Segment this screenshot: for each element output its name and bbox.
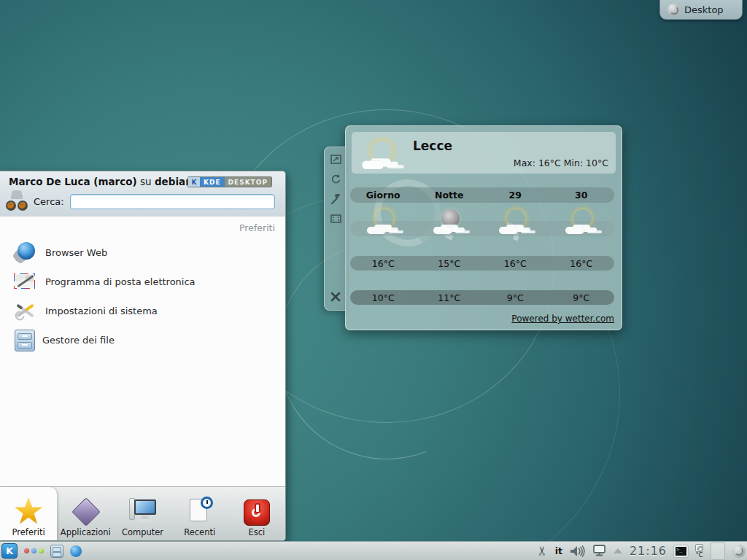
tab-label: Preferiti bbox=[12, 527, 45, 537]
tab-label: Applicazioni bbox=[61, 527, 111, 537]
computer-icon bbox=[128, 497, 158, 526]
sun-cloud-icon bbox=[564, 209, 599, 236]
temp-value: 15°C bbox=[417, 258, 483, 269]
weather-city: Lecce bbox=[413, 139, 452, 153]
column-label: 29 bbox=[482, 190, 549, 201]
weather-tray-icon[interactable]: °C bbox=[695, 544, 703, 559]
kde-logo-icon: K bbox=[188, 177, 200, 187]
panel-strip[interactable] bbox=[711, 542, 725, 560]
search-binoculars-icon bbox=[6, 190, 28, 212]
kmenu-button[interactable]: K bbox=[1, 543, 18, 559]
sun-cloud-icon bbox=[365, 209, 400, 236]
resize-icon[interactable] bbox=[330, 155, 341, 164]
kde-desktop-badge: K KDE DESKTOP bbox=[187, 176, 272, 187]
badge-desktop-label: DESKTOP bbox=[225, 177, 271, 187]
volume-icon[interactable] bbox=[570, 545, 585, 557]
klipper-scissors-icon[interactable]: ✂ bbox=[536, 545, 549, 556]
menu-item-label: Gestore dei file bbox=[42, 335, 115, 346]
kickoff-menu: Marco De Luca (marco) su debian K KDE DE… bbox=[0, 171, 286, 541]
document-clock-icon bbox=[185, 497, 214, 526]
search-input[interactable] bbox=[70, 194, 275, 209]
weather-icons-row bbox=[350, 221, 614, 236]
power-icon bbox=[244, 499, 270, 526]
section-label: Preferiti bbox=[0, 222, 285, 233]
weather-tray-unit: °C bbox=[696, 553, 703, 559]
column-label: Notte bbox=[417, 190, 483, 201]
temp-value: 11°C bbox=[417, 292, 483, 303]
weather-header: Lecce Max: 16°C Min: 10°C bbox=[352, 132, 616, 174]
system-tray: ✂ it 21:16 °C bbox=[537, 542, 746, 560]
mail-envelope-icon bbox=[13, 270, 36, 293]
weather-max-min: Max: 16°C Min: 10°C bbox=[514, 158, 608, 168]
sun-cloud-icon bbox=[360, 141, 400, 171]
search-label: Cerca: bbox=[34, 196, 64, 207]
kickoff-header: Marco De Luca (marco) su debian K KDE DE… bbox=[0, 171, 285, 217]
desktop: { "desktop": { "toolbox_label": "Desktop… bbox=[0, 0, 747, 560]
moon-cloud-icon bbox=[432, 209, 467, 236]
menu-item-email[interactable]: Programma di posta elettronica bbox=[0, 267, 285, 296]
browser-launcher-icon[interactable] bbox=[70, 545, 82, 557]
wetter-link[interactable]: Powered by wetter.com bbox=[511, 314, 614, 324]
tab-recenti[interactable]: Recenti bbox=[171, 487, 228, 540]
weather-high-temps: 16°C 15°C 16°C 16°C bbox=[350, 256, 614, 271]
temp-value: 16°C bbox=[350, 258, 417, 269]
tab-label: Esci bbox=[249, 527, 266, 537]
menu-item-file-manager[interactable]: Gestore dei file bbox=[0, 325, 285, 354]
kickoff-tabbar: Preferiti Applicazioni Computer Recenti … bbox=[0, 486, 285, 540]
maximize-icon[interactable] bbox=[330, 214, 341, 223]
rotate-icon[interactable] bbox=[330, 174, 341, 184]
kde-diamond-icon bbox=[71, 497, 100, 526]
tab-applicazioni[interactable]: Applicazioni bbox=[57, 487, 114, 540]
menu-item-label: Impostazioni di sistema bbox=[45, 306, 158, 316]
terminal-tray-icon[interactable] bbox=[674, 545, 688, 557]
globe-gear-icon bbox=[13, 241, 36, 264]
panel-cashew-icon[interactable] bbox=[732, 545, 746, 558]
digital-clock[interactable]: 21:16 bbox=[630, 544, 667, 558]
network-monitor-icon[interactable] bbox=[592, 545, 606, 557]
tab-preferiti[interactable]: Preferiti bbox=[0, 487, 57, 540]
sun-cloud-icon bbox=[498, 209, 533, 236]
cashew-icon bbox=[667, 4, 679, 15]
file-cabinet-icon bbox=[15, 330, 35, 351]
desktop-toolbox-label: Desktop bbox=[684, 4, 724, 15]
applet-handle[interactable] bbox=[324, 147, 347, 311]
weather-column-headers: Giorno Notte 29 30 bbox=[350, 187, 614, 203]
temp-value: 16°C bbox=[549, 258, 615, 269]
temp-value: 16°C bbox=[482, 258, 549, 269]
host-name: debian bbox=[155, 176, 193, 187]
tab-computer[interactable]: Computer bbox=[114, 487, 171, 540]
temp-value: 10°C bbox=[350, 292, 417, 303]
temp-value: 9°C bbox=[482, 292, 549, 303]
title-connector: su bbox=[137, 176, 155, 187]
menu-item-system-settings[interactable]: Impostazioni di sistema bbox=[0, 296, 285, 325]
taskbar-panel: K ✂ it 21:16 °C bbox=[0, 541, 747, 560]
keyboard-layout-indicator[interactable]: it bbox=[555, 545, 562, 556]
star-icon bbox=[14, 497, 43, 526]
desktop-toolbox[interactable]: Desktop bbox=[659, 0, 743, 20]
tray-expand-arrow-icon[interactable] bbox=[614, 548, 622, 553]
weather-widget: Lecce Max: 16°C Min: 10°C Giorno Notte 2… bbox=[345, 125, 622, 330]
menu-item-label: Programma di posta elettronica bbox=[45, 276, 196, 287]
file-manager-launcher-icon[interactable] bbox=[50, 545, 63, 558]
menu-item-label: Browser Web bbox=[45, 247, 107, 258]
tab-esci[interactable]: Esci bbox=[228, 487, 285, 540]
column-label: 30 bbox=[549, 190, 615, 201]
weather-low-temps: 10°C 11°C 9°C 9°C bbox=[350, 290, 614, 305]
kickoff-favorites: Preferiti Browser Web Programma di posta… bbox=[0, 217, 285, 486]
crossed-tools-icon bbox=[13, 299, 36, 322]
tab-label: Computer bbox=[122, 527, 163, 537]
tab-label: Recenti bbox=[184, 527, 215, 537]
badge-kde-label: KDE bbox=[200, 177, 225, 187]
menu-item-browser-web[interactable]: Browser Web bbox=[0, 238, 285, 267]
column-label: Giorno bbox=[350, 190, 417, 201]
pager-dots[interactable] bbox=[24, 548, 44, 553]
configure-wrench-icon[interactable] bbox=[330, 194, 341, 205]
temp-value: 9°C bbox=[549, 292, 615, 303]
user-name: Marco De Luca (marco) bbox=[9, 176, 137, 187]
close-icon[interactable] bbox=[330, 291, 341, 303]
